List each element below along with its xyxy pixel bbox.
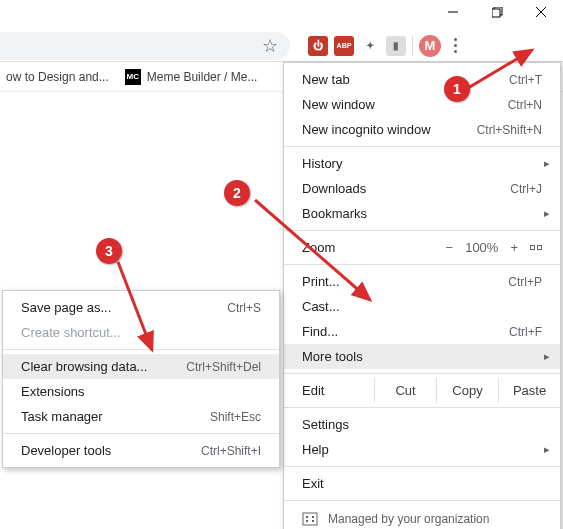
- separator: [3, 349, 279, 350]
- edit-copy-button[interactable]: Copy: [436, 378, 498, 403]
- svg-rect-9: [312, 520, 314, 522]
- kebab-menu-button[interactable]: [441, 32, 469, 60]
- submenu-dev-tools[interactable]: Developer tools Ctrl+Shift+I: [3, 438, 279, 463]
- svg-rect-2: [492, 9, 500, 17]
- toolbar: ☆ ⏻ ABP ✦ ▮ M: [0, 30, 563, 62]
- extension-clip-icon[interactable]: ✦: [360, 36, 380, 56]
- menu-incognito[interactable]: New incognito window Ctrl+Shift+N: [284, 117, 560, 142]
- submenu-clear-browsing-data[interactable]: Clear browsing data... Ctrl+Shift+Del: [3, 354, 279, 379]
- menu-exit[interactable]: Exit: [284, 471, 560, 496]
- extension-note-icon[interactable]: ▮: [386, 36, 406, 56]
- menu-bookmarks[interactable]: Bookmarks: [284, 201, 560, 226]
- menu-more-tools[interactable]: More tools: [284, 344, 560, 369]
- separator: [412, 36, 413, 56]
- separator: [284, 146, 560, 147]
- step-badge-2: 2: [224, 180, 250, 206]
- menu-settings[interactable]: Settings: [284, 412, 560, 437]
- separator: [284, 230, 560, 231]
- menu-print[interactable]: Print... Ctrl+P: [284, 269, 560, 294]
- extension-icons: ⏻ ABP ✦ ▮: [308, 36, 406, 56]
- submenu-extensions[interactable]: Extensions: [3, 379, 279, 404]
- menu-zoom: Zoom − 100% +: [284, 235, 560, 260]
- window-controls: [431, 0, 563, 24]
- zoom-in-button[interactable]: +: [510, 240, 518, 255]
- menu-cast[interactable]: Cast...: [284, 294, 560, 319]
- star-icon[interactable]: ☆: [262, 35, 278, 57]
- bookmark-label: Meme Builder / Me...: [147, 70, 258, 84]
- restore-button[interactable]: [475, 0, 519, 24]
- close-button[interactable]: [519, 0, 563, 24]
- menu-find[interactable]: Find... Ctrl+F: [284, 319, 560, 344]
- menu-new-tab[interactable]: New tab Ctrl+T: [284, 67, 560, 92]
- bookmark-item[interactable]: MC Meme Builder / Me...: [125, 69, 258, 85]
- chrome-main-menu: New tab Ctrl+T New window Ctrl+N New inc…: [283, 62, 561, 529]
- separator: [3, 433, 279, 434]
- submenu-task-manager[interactable]: Task manager Shift+Esc: [3, 404, 279, 429]
- bookmark-item[interactable]: ow to Design and...: [6, 70, 109, 84]
- edit-paste-button[interactable]: Paste: [498, 378, 560, 403]
- edit-cut-button[interactable]: Cut: [374, 378, 436, 403]
- svg-rect-7: [312, 516, 314, 518]
- fullscreen-icon[interactable]: [530, 245, 542, 250]
- extension-abp-icon[interactable]: ABP: [334, 36, 354, 56]
- address-bar[interactable]: ☆: [0, 32, 290, 60]
- svg-rect-6: [306, 516, 308, 518]
- menu-history[interactable]: History: [284, 151, 560, 176]
- menu-edit: Edit Cut Copy Paste: [284, 378, 560, 403]
- menu-downloads[interactable]: Downloads Ctrl+J: [284, 176, 560, 201]
- submenu-save-page[interactable]: Save page as... Ctrl+S: [3, 295, 279, 320]
- separator: [284, 500, 560, 501]
- separator: [284, 407, 560, 408]
- extension-ublock-icon[interactable]: ⏻: [308, 36, 328, 56]
- zoom-value: 100%: [465, 240, 498, 255]
- separator: [284, 373, 560, 374]
- step-badge-3: 3: [96, 238, 122, 264]
- submenu-create-shortcut: Create shortcut...: [3, 320, 279, 345]
- managed-footer[interactable]: Managed by your organization: [284, 505, 560, 529]
- menu-new-window[interactable]: New window Ctrl+N: [284, 92, 560, 117]
- bookmark-favicon: MC: [125, 69, 141, 85]
- avatar[interactable]: M: [419, 35, 441, 57]
- minimize-button[interactable]: [431, 0, 475, 24]
- svg-rect-8: [306, 520, 308, 522]
- svg-rect-5: [303, 513, 317, 525]
- building-icon: [302, 512, 318, 526]
- bookmark-label: ow to Design and...: [6, 70, 109, 84]
- more-tools-submenu: Save page as... Ctrl+S Create shortcut..…: [2, 290, 280, 468]
- zoom-out-button[interactable]: −: [446, 240, 454, 255]
- menu-help[interactable]: Help: [284, 437, 560, 462]
- separator: [284, 466, 560, 467]
- separator: [284, 264, 560, 265]
